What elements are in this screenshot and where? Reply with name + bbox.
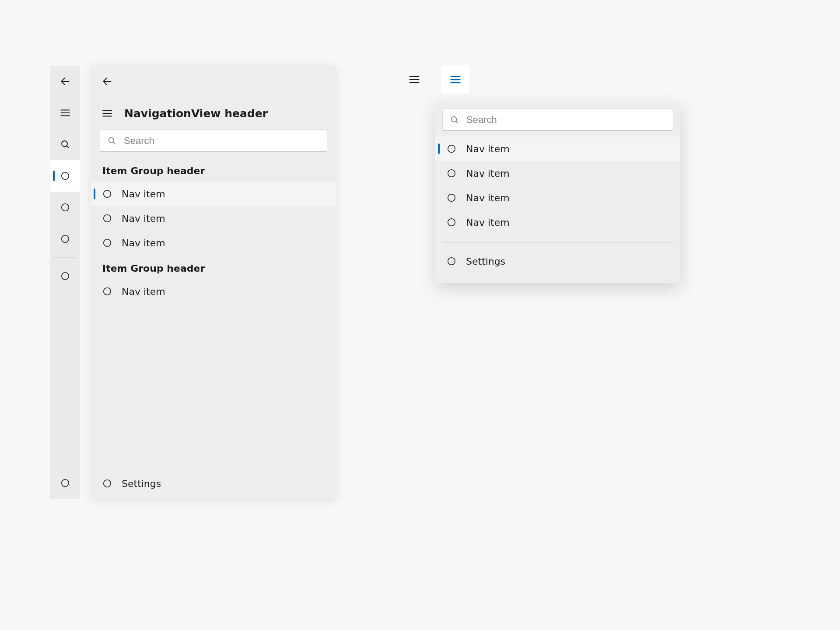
circle-icon xyxy=(447,193,456,203)
nav-item-label: Nav item xyxy=(122,213,165,224)
search-box[interactable] xyxy=(100,130,327,152)
compact-rail xyxy=(50,66,80,499)
nav-item-label: Nav item xyxy=(122,238,165,248)
nav-item-label: Nav item xyxy=(466,217,510,228)
toggle-row xyxy=(392,66,645,94)
nav-item-label: Nav item xyxy=(466,168,510,179)
search-input[interactable] xyxy=(123,135,320,147)
nav-item-label: Nav item xyxy=(466,192,510,203)
circle-icon xyxy=(447,168,456,178)
hamburger-toggle-button[interactable] xyxy=(400,66,428,94)
svg-line-5 xyxy=(66,146,69,148)
hamburger-toggle-button[interactable] xyxy=(50,97,80,129)
search-input[interactable] xyxy=(466,114,666,126)
svg-point-9 xyxy=(62,273,69,280)
nav-item[interactable]: Nav item xyxy=(91,231,336,255)
nav-item[interactable]: Nav item xyxy=(91,182,336,206)
search-icon xyxy=(107,136,117,146)
circle-icon xyxy=(102,238,112,248)
selection-indicator xyxy=(53,171,55,181)
compact-nav-item-4[interactable] xyxy=(50,260,80,292)
circle-icon xyxy=(447,144,456,154)
svg-point-32 xyxy=(448,194,455,202)
back-arrow-icon xyxy=(102,76,113,87)
hamburger-icon xyxy=(60,107,71,119)
circle-icon xyxy=(60,203,70,212)
settings-item[interactable]: Settings xyxy=(435,248,680,274)
svg-point-6 xyxy=(62,172,69,180)
nav-item[interactable]: Nav item xyxy=(435,136,680,161)
expanded-pane: NavigationView header Item Group header … xyxy=(91,66,336,499)
settings-item[interactable]: Settings xyxy=(91,468,336,499)
svg-point-10 xyxy=(62,480,69,487)
navigationview-left-expanded: NavigationView header Item Group header … xyxy=(50,66,335,499)
circle-icon xyxy=(102,214,112,223)
hamburger-toggle-button-active[interactable] xyxy=(441,66,469,94)
search-icon xyxy=(60,139,70,150)
compact-nav-item-3[interactable] xyxy=(50,223,80,255)
compact-settings-item[interactable] xyxy=(50,467,80,499)
nav-item-label: Nav item xyxy=(122,286,165,297)
svg-point-20 xyxy=(104,288,111,295)
circle-icon xyxy=(102,479,112,488)
separator xyxy=(53,257,77,258)
svg-point-31 xyxy=(448,170,455,177)
svg-point-17 xyxy=(104,190,111,198)
back-button[interactable] xyxy=(91,66,123,97)
search-button[interactable] xyxy=(50,129,80,160)
circle-icon xyxy=(60,234,70,244)
nav-item[interactable]: Nav item xyxy=(91,279,336,304)
nav-item[interactable]: Nav item xyxy=(435,210,680,234)
svg-point-19 xyxy=(104,239,111,247)
svg-point-21 xyxy=(104,480,111,487)
selection-indicator xyxy=(94,189,95,199)
circle-icon xyxy=(60,171,70,181)
compact-nav-item-1[interactable] xyxy=(50,160,80,192)
search-box[interactable] xyxy=(442,108,673,131)
compact-nav-item-2[interactable] xyxy=(50,192,80,223)
pane-header-title: NavigationView header xyxy=(124,107,268,120)
nav-item-label: Nav item xyxy=(122,189,165,200)
svg-point-33 xyxy=(448,219,455,226)
back-button[interactable] xyxy=(50,66,80,97)
navigationview-top-minimal: Nav item Nav item Nav item Nav item S xyxy=(392,66,645,283)
svg-point-7 xyxy=(62,204,69,211)
svg-point-34 xyxy=(448,258,455,265)
circle-icon xyxy=(60,271,70,281)
svg-point-8 xyxy=(62,235,69,243)
back-arrow-icon xyxy=(60,76,71,87)
item-group-header: Item Group header xyxy=(91,158,336,182)
nav-item[interactable]: Nav item xyxy=(435,161,680,186)
svg-point-30 xyxy=(448,145,455,153)
pane-header-row: NavigationView header xyxy=(91,97,336,130)
svg-line-29 xyxy=(456,121,458,122)
selection-indicator xyxy=(438,144,440,154)
nav-item-label: Nav item xyxy=(466,144,510,154)
separator xyxy=(442,242,673,243)
hamburger-icon xyxy=(449,74,462,86)
nav-item[interactable]: Nav item xyxy=(91,206,336,231)
hamburger-icon[interactable] xyxy=(102,108,113,119)
nav-item[interactable]: Nav item xyxy=(435,186,680,210)
circle-icon xyxy=(102,189,112,199)
search-icon xyxy=(450,115,459,125)
settings-label: Settings xyxy=(466,256,505,267)
svg-point-18 xyxy=(104,215,111,222)
item-group-header: Item Group header xyxy=(91,255,336,279)
circle-icon xyxy=(102,287,112,296)
circle-icon xyxy=(447,217,456,227)
hamburger-icon xyxy=(408,74,420,86)
flyout-pane: Nav item Nav item Nav item Nav item S xyxy=(435,102,680,283)
circle-icon xyxy=(60,478,70,488)
circle-icon xyxy=(447,256,456,266)
svg-line-16 xyxy=(113,142,115,144)
settings-label: Settings xyxy=(122,478,161,489)
